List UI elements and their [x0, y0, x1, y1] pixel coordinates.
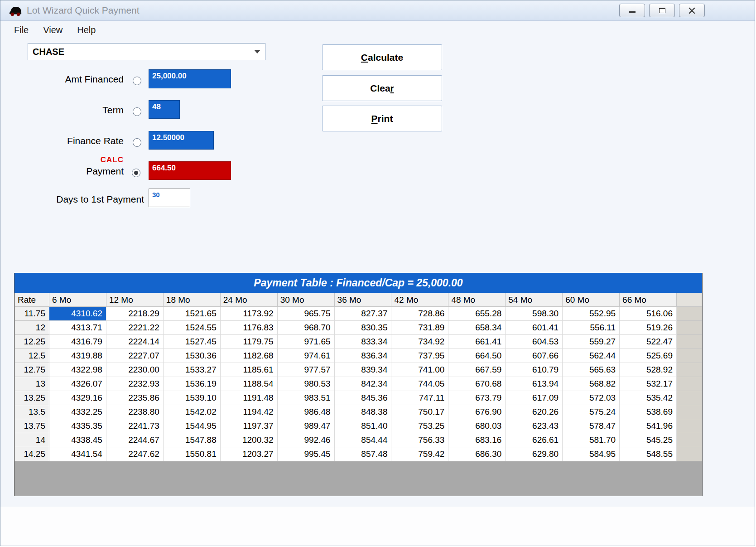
payment-cell[interactable]: 747.11 — [391, 391, 448, 405]
payment-cell[interactable]: 1550.81 — [163, 447, 220, 461]
amt-financed-input[interactable]: 25,000.00 — [149, 69, 231, 88]
payment-cell[interactable]: 737.95 — [391, 349, 448, 363]
grid-header-term[interactable]: 66 Mo — [620, 293, 677, 307]
payment-cell[interactable]: 995.45 — [277, 447, 334, 461]
payment-cell[interactable]: 1188.54 — [220, 377, 277, 391]
payment-cell[interactable]: 980.53 — [277, 377, 334, 391]
menu-view[interactable]: View — [36, 22, 70, 38]
payment-cell[interactable]: 753.25 — [391, 419, 448, 433]
payment-cell[interactable]: 974.61 — [277, 349, 334, 363]
payment-cell[interactable]: 1194.42 — [220, 405, 277, 419]
payment-cell[interactable]: 626.61 — [506, 433, 563, 447]
grid-header-term[interactable]: 24 Mo — [220, 293, 277, 307]
payment-cell[interactable]: 673.79 — [448, 391, 506, 405]
payment-cell[interactable]: 4332.25 — [49, 405, 106, 419]
payment-cell[interactable]: 528.92 — [620, 363, 677, 377]
minimize-button[interactable] — [619, 4, 645, 17]
payment-cell[interactable]: 756.33 — [391, 433, 448, 447]
payment-cell[interactable]: 977.57 — [277, 363, 334, 377]
finance-rate-input[interactable]: 12.50000 — [149, 131, 214, 150]
payment-cell[interactable]: 1179.75 — [220, 335, 277, 349]
payment-cell[interactable]: 623.43 — [506, 419, 563, 433]
payment-cell[interactable]: 607.66 — [506, 349, 563, 363]
payment-cell[interactable]: 1544.95 — [163, 419, 220, 433]
payment-cell[interactable]: 584.95 — [563, 447, 620, 461]
payment-cell[interactable]: 661.41 — [448, 335, 506, 349]
payment-cell[interactable]: 2244.67 — [106, 433, 163, 447]
payment-cell[interactable]: 552.95 — [563, 307, 620, 321]
payment-cell[interactable]: 1203.27 — [220, 447, 277, 461]
payment-cell[interactable]: 4335.35 — [49, 419, 106, 433]
radio-payment[interactable] — [132, 169, 140, 177]
payment-cell[interactable]: 664.50 — [448, 349, 506, 363]
grid-header-term[interactable]: 6 Mo — [49, 293, 106, 307]
payment-cell[interactable]: 854.44 — [334, 433, 391, 447]
grid-header-rate[interactable]: Rate — [15, 293, 49, 307]
payment-cell[interactable]: 1530.36 — [163, 349, 220, 363]
payment-cell[interactable]: 1185.61 — [220, 363, 277, 377]
payment-cell[interactable]: 4326.07 — [49, 377, 106, 391]
payment-cell[interactable]: 545.25 — [620, 433, 677, 447]
payment-cell[interactable]: 522.47 — [620, 335, 677, 349]
payment-cell[interactable]: 516.06 — [620, 307, 677, 321]
radio-amt-financed[interactable] — [133, 77, 141, 85]
payment-cell[interactable]: 1527.45 — [163, 335, 220, 349]
payment-cell[interactable]: 1547.88 — [163, 433, 220, 447]
maximize-button[interactable] — [649, 4, 675, 17]
radio-finance-rate[interactable] — [133, 138, 141, 147]
payment-cell[interactable]: 541.96 — [620, 419, 677, 433]
payment-cell[interactable]: 676.90 — [448, 405, 506, 419]
grid-header-term[interactable]: 12 Mo — [106, 293, 163, 307]
payment-cell[interactable]: 670.68 — [448, 377, 506, 391]
rate-cell[interactable]: 12 — [15, 321, 49, 335]
radio-term[interactable] — [133, 107, 141, 116]
payment-cell[interactable]: 667.59 — [448, 363, 506, 377]
days-to-first-payment-input[interactable]: 30 — [149, 189, 190, 207]
print-button[interactable]: Print — [322, 106, 442, 131]
payment-cell[interactable]: 848.38 — [334, 405, 391, 419]
payment-cell[interactable]: 734.92 — [391, 335, 448, 349]
payment-cell[interactable]: 519.26 — [620, 321, 677, 335]
payment-cell[interactable]: 601.41 — [506, 321, 563, 335]
payment-cell[interactable]: 4329.16 — [49, 391, 106, 405]
payment-cell[interactable]: 741.00 — [391, 363, 448, 377]
payment-cell[interactable]: 1197.37 — [220, 419, 277, 433]
lender-select[interactable]: CHASE — [28, 43, 265, 60]
payment-cell[interactable]: 1524.55 — [163, 321, 220, 335]
rate-cell[interactable]: 13.5 — [15, 405, 49, 419]
payment-cell[interactable]: 1533.27 — [163, 363, 220, 377]
payment-input[interactable]: 664.50 — [149, 161, 231, 180]
payment-cell[interactable]: 680.03 — [448, 419, 506, 433]
payment-cell[interactable]: 578.47 — [563, 419, 620, 433]
payment-cell[interactable]: 562.44 — [563, 349, 620, 363]
payment-cell[interactable]: 4316.79 — [49, 335, 106, 349]
grid-header-term[interactable]: 54 Mo — [506, 293, 563, 307]
payment-cell[interactable]: 565.63 — [563, 363, 620, 377]
payment-cell[interactable]: 851.40 — [334, 419, 391, 433]
payment-cell[interactable]: 655.28 — [448, 307, 506, 321]
payment-cell[interactable]: 744.05 — [391, 377, 448, 391]
payment-cell[interactable]: 989.47 — [277, 419, 334, 433]
payment-cell[interactable]: 617.09 — [506, 391, 563, 405]
payment-cell[interactable]: 4319.88 — [49, 349, 106, 363]
payment-cell[interactable]: 750.17 — [391, 405, 448, 419]
payment-cell[interactable]: 556.11 — [563, 321, 620, 335]
payment-cell[interactable]: 581.70 — [563, 433, 620, 447]
payment-cell[interactable]: 613.94 — [506, 377, 563, 391]
payment-cell[interactable]: 620.26 — [506, 405, 563, 419]
payment-cell[interactable]: 610.79 — [506, 363, 563, 377]
payment-cell[interactable]: 827.37 — [334, 307, 391, 321]
payment-cell[interactable]: 731.89 — [391, 321, 448, 335]
grid-header-term[interactable]: 36 Mo — [334, 293, 391, 307]
menu-file[interactable]: File — [7, 22, 36, 38]
payment-cell[interactable]: 1176.83 — [220, 321, 277, 335]
payment-cell[interactable]: 759.42 — [391, 447, 448, 461]
clear-button[interactable]: Clear — [322, 75, 442, 101]
payment-cell[interactable]: 2230.00 — [106, 363, 163, 377]
term-input[interactable]: 48 — [149, 100, 180, 119]
rate-cell[interactable]: 12.75 — [15, 363, 49, 377]
payment-cell[interactable]: 559.27 — [563, 335, 620, 349]
payment-cell[interactable]: 2227.07 — [106, 349, 163, 363]
payment-cell[interactable]: 575.24 — [563, 405, 620, 419]
rate-cell[interactable]: 11.75 — [15, 307, 49, 321]
